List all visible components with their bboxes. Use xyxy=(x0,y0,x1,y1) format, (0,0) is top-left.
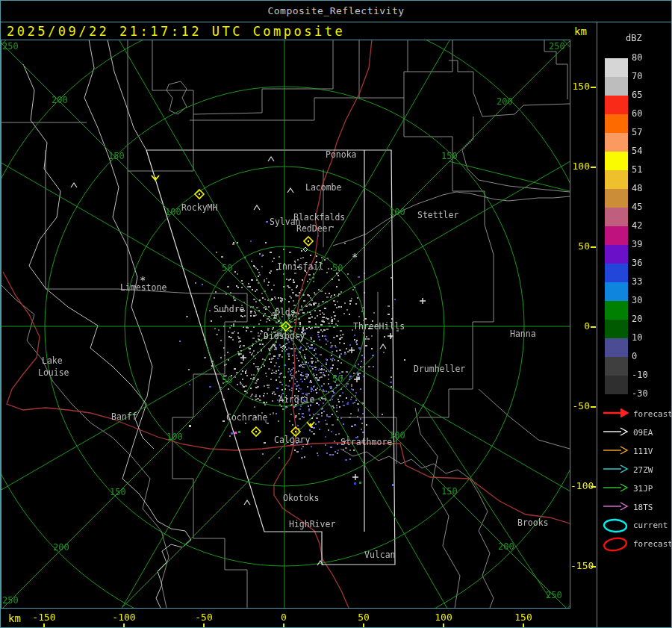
right-axis-label: -150 xyxy=(570,560,590,571)
radar-site-dot xyxy=(285,326,287,327)
legend-row: current xyxy=(602,517,672,532)
right-axis-tick xyxy=(591,406,596,408)
county-boundary xyxy=(470,479,494,608)
city-label: RockyMH xyxy=(181,202,218,213)
dbz-swatch xyxy=(605,114,628,133)
bottom-axis-label: -150 xyxy=(32,612,55,623)
dbz-scale-label: 60 xyxy=(632,108,662,119)
right-axis-label: 0 xyxy=(570,320,590,332)
radial-line xyxy=(53,40,284,326)
radar-app-window: Composite_Reflectivity 2025/09/22 21:17:… xyxy=(0,0,672,628)
dbz-scale-label: -30 xyxy=(632,388,662,399)
bottom-axis-tick xyxy=(283,624,284,628)
county-boundary xyxy=(190,40,359,120)
range-ring-label: 200 xyxy=(52,95,68,105)
range-ring-label: 150 xyxy=(441,486,458,497)
right-axis-label: 50 xyxy=(570,240,590,252)
park-boundary xyxy=(23,64,191,608)
dbz-swatch xyxy=(605,77,628,96)
city-label: Sundre xyxy=(214,304,245,314)
city-label: Okotoks xyxy=(283,493,319,503)
point-echo-dot xyxy=(392,484,394,486)
radar-site-dot xyxy=(255,431,257,432)
graticule-line xyxy=(122,355,374,608)
bottom-axis-tick xyxy=(363,624,364,628)
county-boundary xyxy=(128,114,193,171)
dbz-swatch xyxy=(605,58,628,77)
range-ring-label: 150 xyxy=(441,151,458,161)
dbz-scale-label: 30 xyxy=(632,295,662,305)
dbz-swatch xyxy=(605,96,628,114)
dbz-scale-label: 51 xyxy=(632,164,662,175)
right-axis-label: 150 xyxy=(570,81,590,92)
dbz-scale-label: 70 xyxy=(632,71,662,81)
bottom-axis-tick xyxy=(523,624,524,628)
right-axis-tick xyxy=(591,87,596,88)
radar-map[interactable]: 5010015020025050100150200250501001502002… xyxy=(1,40,570,609)
range-ring-label: 200 xyxy=(53,542,69,553)
dbz-swatch xyxy=(605,152,628,170)
right-axis-tick xyxy=(591,326,596,328)
legend-row: forecast xyxy=(602,407,672,422)
right-axis-tick xyxy=(591,566,596,568)
city-label: Vulcan xyxy=(364,550,396,560)
range-ring-label: 250 xyxy=(2,595,19,606)
range-ring-label: 200 xyxy=(498,541,514,552)
window-title: Composite_Reflectivity xyxy=(1,1,671,22)
plus-marker xyxy=(240,355,246,361)
caret-marker xyxy=(268,157,274,161)
dbz-scale-label: 10 xyxy=(632,332,662,343)
point-echo-dot xyxy=(231,432,233,435)
radar-site-dot xyxy=(199,193,200,195)
radar-site-dot xyxy=(295,431,296,432)
range-ring-label: 100 xyxy=(167,432,183,442)
dbz-scale-label: -10 xyxy=(632,370,662,380)
dbz-scale-label: 20 xyxy=(632,314,662,324)
track-arrow-icon xyxy=(602,426,630,438)
caret-marker xyxy=(380,344,386,349)
graticule-line xyxy=(449,161,570,191)
range-ring-label: 250 xyxy=(549,41,565,52)
dbz-swatch xyxy=(605,208,628,226)
track-arrow-icon xyxy=(602,407,630,419)
dbz-swatch xyxy=(605,170,628,189)
legend-label: 31JP xyxy=(633,484,653,494)
city-label: Hanna xyxy=(510,329,536,339)
bottom-axis-label: 50 xyxy=(358,612,370,623)
right-axis-tick xyxy=(591,167,596,168)
legend-row: forecast xyxy=(602,536,672,551)
city-label: Ponoka xyxy=(326,149,357,160)
dbz-swatch xyxy=(605,338,628,357)
dbz-swatch xyxy=(605,357,628,376)
city-label: Didsbury xyxy=(264,331,305,341)
radar-site-dot xyxy=(308,240,309,242)
bottom-axis-unit-label: km xyxy=(8,612,21,624)
bottom-axis-tick xyxy=(203,624,205,628)
county-boundary xyxy=(152,40,333,114)
city-label: Innisfail xyxy=(277,261,323,272)
city-label: Calgary xyxy=(274,435,311,445)
county-boundary xyxy=(167,81,187,114)
legend-label: forecast xyxy=(633,539,672,549)
dbz-swatch xyxy=(605,301,628,320)
city-label: RedDeer xyxy=(296,223,333,234)
range-ring-label: 250 xyxy=(2,41,19,52)
point-echo-dot xyxy=(238,431,240,433)
range-ring-label: 150 xyxy=(108,151,125,161)
range-ring-label: 150 xyxy=(110,487,126,497)
caret-marker xyxy=(287,188,293,193)
city-label: Drumheller xyxy=(414,364,465,374)
range-ring-label: 50 xyxy=(332,373,343,384)
storm-ellipse-icon xyxy=(602,536,632,553)
county-boundary xyxy=(172,417,247,608)
county-boundary xyxy=(1,285,169,608)
legend-row: 31JP xyxy=(602,482,672,497)
bottom-axis-label: 100 xyxy=(435,612,452,623)
right-axis-label: 100 xyxy=(570,161,590,172)
legend-label: 09EA xyxy=(633,428,653,438)
bottom-axis-label: -50 xyxy=(195,612,212,623)
dbz-scale-label: 65 xyxy=(632,90,662,100)
county-boundary xyxy=(359,40,452,98)
caret-marker xyxy=(254,205,260,210)
track-arrow-icon xyxy=(602,444,630,456)
